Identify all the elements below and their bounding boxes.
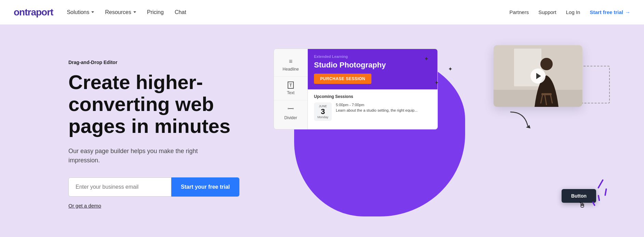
svg-rect-5 [541, 93, 552, 95]
sidebar-item-label: Divider [284, 115, 297, 120]
sidebar-item-divider[interactable]: Divider [274, 100, 307, 125]
curved-arrow-icon [507, 109, 535, 129]
cursor-icon: 🖱 [578, 201, 586, 210]
hero-subtitle: Our easy page builder helps you make the… [68, 147, 212, 165]
spike-decoration [597, 179, 604, 189]
session-day: 3 [317, 108, 328, 115]
canvas-header: Extended Learning Studio Photography PUR… [308, 49, 437, 89]
play-icon [536, 73, 541, 79]
nav-start-free-trial[interactable]: Start free trial → [590, 9, 630, 15]
svg-point-4 [540, 58, 553, 70]
nav-links: Solutions Resources Pricing Chat [67, 9, 509, 15]
video-thumbnail[interactable] [494, 45, 582, 107]
nav-pricing[interactable]: Pricing [147, 9, 164, 15]
sidebar-item-headline[interactable]: ≡ Headline [274, 53, 307, 77]
divider-icon [287, 105, 294, 114]
start-free-trial-button[interactable]: Start your free trial [171, 177, 239, 197]
session-row: June 3 Monday 5:00pm - 7:00pm Learn abou… [314, 102, 431, 121]
navbar: ontraport Solutions Resources Pricing Ch… [0, 0, 644, 25]
nav-solutions[interactable]: Solutions [67, 9, 94, 15]
hero-tag: Drag-and-Drop Editor [68, 60, 246, 65]
editor-sidebar: ≡ Headline T Text Divider [274, 49, 308, 129]
hero-title: Create higher-converting web pages in mi… [68, 71, 246, 137]
text-icon: T [288, 82, 294, 89]
hero-illustration: ✦ ✦ ✦ [274, 45, 589, 223]
svg-marker-9 [526, 125, 530, 128]
purchase-session-button[interactable]: PURCHASE SESSION [314, 74, 371, 84]
nav-resources[interactable]: Resources [105, 9, 136, 15]
sidebar-item-label: Text [287, 90, 294, 95]
nav-support[interactable]: Support [538, 9, 556, 15]
arrow-icon: → [625, 9, 630, 15]
session-date: June 3 Monday [314, 102, 332, 121]
sparkle-icon: ✦ [424, 55, 429, 62]
spike-decoration [604, 188, 607, 196]
session-description: Learn about the a studio setting, the ri… [336, 108, 418, 113]
arrow-decoration [507, 109, 535, 130]
canvas-title: Studio Photography [314, 61, 431, 70]
session-info: 5:00pm - 7:00pm Learn about the a studio… [336, 102, 418, 113]
canvas-sessions: Upcoming Sessions June 3 Monday 5:00pm -… [308, 89, 437, 126]
svg-point-12 [292, 108, 294, 109]
nav-right: Partners Support Log In Start free trial… [509, 9, 630, 15]
svg-point-11 [288, 108, 289, 109]
spike-decoration [597, 195, 600, 201]
hero-content: Drag-and-Drop Editor Create higher-conve… [68, 60, 246, 209]
logo[interactable]: ontraport [14, 7, 53, 18]
sparkle-icon: ✦ [448, 66, 452, 72]
hero-form: Start your free trial [68, 177, 239, 197]
session-dow: Monday [317, 115, 328, 119]
editor-mock: ≡ Headline T Text Divider Exte [274, 49, 438, 129]
canvas-badge: Extended Learning [314, 54, 431, 59]
chevron-down-icon [133, 11, 136, 13]
sidebar-item-label: Headline [282, 67, 299, 72]
editor-canvas: Extended Learning Studio Photography PUR… [308, 49, 438, 129]
chevron-down-icon [91, 11, 94, 13]
email-input[interactable] [68, 177, 171, 197]
nav-login[interactable]: Log In [566, 9, 580, 15]
video-thumb-inner [494, 45, 582, 107]
sparkle-icon: ✦ [434, 79, 439, 86]
nav-partners[interactable]: Partners [509, 9, 529, 15]
session-time: 5:00pm - 7:00pm [336, 102, 418, 108]
nav-chat[interactable]: Chat [175, 9, 186, 15]
sidebar-item-text[interactable]: T Text [274, 77, 307, 100]
headline-icon: ≡ [289, 58, 293, 65]
sessions-heading: Upcoming Sessions [314, 94, 431, 99]
get-demo-link[interactable]: Or get a demo [68, 203, 101, 209]
hero-section: Drag-and-Drop Editor Create higher-conve… [0, 25, 644, 237]
play-button[interactable] [530, 68, 546, 84]
